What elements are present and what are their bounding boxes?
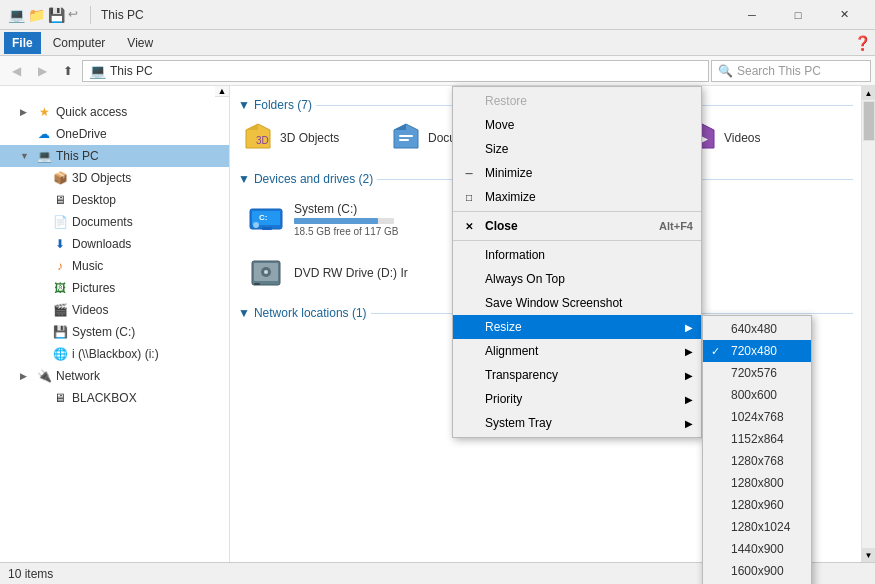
search-icon: 🔍 [718, 64, 733, 78]
minimize-icon: ─ [461, 168, 477, 179]
label-1280x960: 1280x960 [731, 498, 784, 512]
transparency-label: Transparency [485, 368, 673, 382]
maximize-icon: □ [461, 192, 477, 203]
maximize-button[interactable]: □ [775, 0, 821, 30]
file-tab[interactable]: File [4, 32, 41, 54]
context-menu: Restore Move Size ─ Minimize □ Maximize … [452, 86, 702, 438]
information-label: Information [485, 248, 693, 262]
menu-item-always-on-top[interactable]: Always On Top [453, 267, 701, 291]
menu-item-restore[interactable]: Restore [453, 89, 701, 113]
menu-item-close[interactable]: ✕ Close Alt+F4 [453, 214, 701, 238]
app-icon: 💻 [8, 7, 24, 23]
ribbon: File Computer View ❓ [0, 30, 875, 56]
label-1600x900: 1600x900 [731, 564, 784, 578]
submenu-item-1280x800[interactable]: 1280x800 [703, 472, 811, 494]
transparency-arrow: ▶ [685, 370, 693, 381]
submenu-item-800x600[interactable]: 800x600 [703, 384, 811, 406]
menu-item-size[interactable]: Size [453, 137, 701, 161]
address-path: This PC [110, 64, 153, 78]
window-title: This PC [101, 8, 144, 22]
menu-item-resize[interactable]: Resize ▶ 640x480 ✓ 720x480 720x576 [453, 315, 701, 339]
alignment-label: Alignment [485, 344, 673, 358]
main-area: ▲ ▶ ★ Quick access ☁ OneDrive ▼ 💻 This P… [0, 86, 875, 562]
system-tray-label: System Tray [485, 416, 673, 430]
menu-item-move[interactable]: Move [453, 113, 701, 137]
view-tab[interactable]: View [117, 32, 163, 54]
menu-item-priority[interactable]: Priority ▶ [453, 387, 701, 411]
maximize-label: Maximize [485, 190, 693, 204]
address-bar[interactable]: 💻 This PC [82, 60, 709, 82]
submenu-item-1024x768[interactable]: 1024x768 [703, 406, 811, 428]
label-720x480: 720x480 [731, 344, 777, 358]
minimize-button[interactable]: ─ [729, 0, 775, 30]
label-1440x900: 1440x900 [731, 542, 784, 556]
menu-item-maximize[interactable]: □ Maximize [453, 185, 701, 209]
minimize-label: Minimize [485, 166, 693, 180]
menu-overlay[interactable]: Restore Move Size ─ Minimize □ Maximize … [0, 86, 875, 562]
label-800x600: 800x600 [731, 388, 777, 402]
restore-label: Restore [485, 94, 693, 108]
system-tray-arrow: ▶ [685, 418, 693, 429]
submenu-item-1280x1024[interactable]: 1280x1024 [703, 516, 811, 538]
save-screenshot-label: Save Window Screenshot [485, 296, 693, 310]
help-button[interactable]: ❓ [853, 34, 871, 52]
label-720x576: 720x576 [731, 366, 777, 380]
separator-2 [453, 240, 701, 241]
menu-item-alignment[interactable]: Alignment ▶ [453, 339, 701, 363]
label-1152x864: 1152x864 [731, 432, 784, 446]
forward-button[interactable]: ▶ [30, 59, 54, 83]
submenu-item-640x480[interactable]: 640x480 [703, 318, 811, 340]
label-1280x768: 1280x768 [731, 454, 784, 468]
label-1024x768: 1024x768 [731, 410, 784, 424]
resize-label: Resize [485, 320, 673, 334]
status-text: 10 items [8, 567, 53, 581]
submenu-item-1280x960[interactable]: 1280x960 [703, 494, 811, 516]
quick-access-btn[interactable]: 📁 [28, 7, 44, 23]
up-button[interactable]: ⬆ [56, 59, 80, 83]
back-button[interactable]: ◀ [4, 59, 28, 83]
submenu-item-1600x900[interactable]: 1600x900 [703, 560, 811, 582]
alignment-arrow: ▶ [685, 346, 693, 357]
priority-arrow: ▶ [685, 394, 693, 405]
nav-bar: ◀ ▶ ⬆ 💻 This PC 🔍 Search This PC [0, 56, 875, 86]
submenu-item-720x480[interactable]: ✓ 720x480 [703, 340, 811, 362]
check-720x480: ✓ [711, 345, 725, 358]
title-bar: 💻 📁 💾 ↩ This PC ─ □ ✕ [0, 0, 875, 30]
close-label: Close [485, 219, 651, 233]
size-label: Size [485, 142, 693, 156]
undo-btn[interactable]: ↩ [68, 7, 84, 23]
menu-item-transparency[interactable]: Transparency ▶ [453, 363, 701, 387]
separator-1 [453, 211, 701, 212]
label-1280x1024: 1280x1024 [731, 520, 790, 534]
move-label: Move [485, 118, 693, 132]
menu-item-information[interactable]: Information [453, 243, 701, 267]
submenu-item-1152x864[interactable]: 1152x864 [703, 428, 811, 450]
search-placeholder: Search This PC [737, 64, 821, 78]
save-btn[interactable]: 💾 [48, 7, 64, 23]
menu-item-system-tray[interactable]: System Tray ▶ [453, 411, 701, 435]
divider [90, 6, 91, 24]
resize-submenu: 640x480 ✓ 720x480 720x576 800x600 [702, 315, 812, 584]
submenu-item-1440x900[interactable]: 1440x900 [703, 538, 811, 560]
priority-label: Priority [485, 392, 673, 406]
computer-tab[interactable]: Computer [43, 32, 116, 54]
close-button[interactable]: ✕ [821, 0, 867, 30]
label-1280x800: 1280x800 [731, 476, 784, 490]
submenu-item-1280x768[interactable]: 1280x768 [703, 450, 811, 472]
menu-item-minimize[interactable]: ─ Minimize [453, 161, 701, 185]
menu-item-save-screenshot[interactable]: Save Window Screenshot [453, 291, 701, 315]
always-on-top-label: Always On Top [485, 272, 693, 286]
title-bar-icons: 💻 📁 💾 ↩ [8, 6, 93, 24]
close-icon: ✕ [461, 221, 477, 232]
resize-arrow: ▶ [685, 322, 693, 333]
window-controls: ─ □ ✕ [729, 0, 867, 30]
search-bar[interactable]: 🔍 Search This PC [711, 60, 871, 82]
submenu-item-720x576[interactable]: 720x576 [703, 362, 811, 384]
label-640x480: 640x480 [731, 322, 777, 336]
close-shortcut: Alt+F4 [659, 220, 693, 232]
